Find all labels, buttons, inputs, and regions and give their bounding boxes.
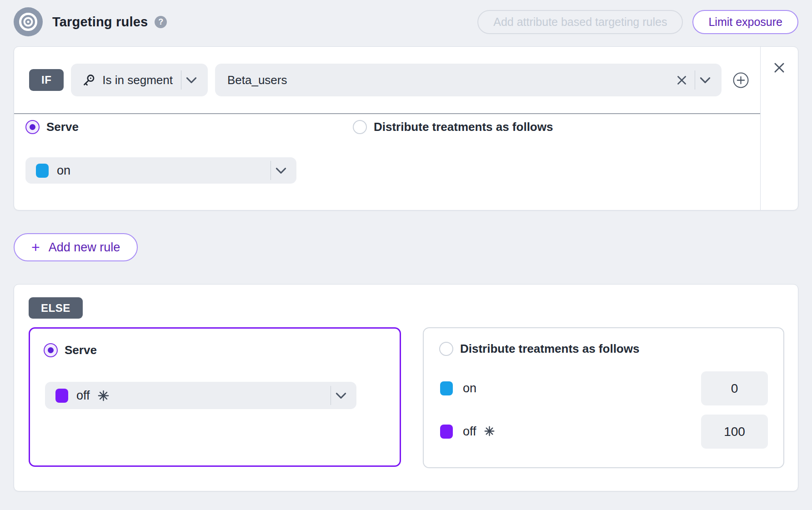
percentage-input-on[interactable]: [701, 371, 768, 405]
if-rule-side: [760, 47, 798, 210]
distribute-radio[interactable]: [353, 120, 367, 134]
divider: [695, 70, 695, 90]
treatment-name: off: [463, 425, 476, 439]
treatment-on-swatch: [36, 164, 49, 178]
treatment-on-swatch: [440, 381, 453, 395]
if-badge: IF: [29, 69, 64, 91]
add-new-rule-label: Add new rule: [49, 240, 120, 255]
divider: [181, 70, 181, 90]
default-treatment-icon: [97, 390, 110, 402]
help-icon[interactable]: ?: [155, 16, 167, 28]
divider: [331, 386, 331, 405]
chevron-down-icon[interactable]: [276, 167, 286, 174]
distribute-radio-label: Distribute treatments as follows: [374, 120, 553, 134]
plus-icon: +: [31, 240, 40, 255]
serve-option: Serve: [44, 343, 371, 357]
targeting-rules-panel: Targeting rules ? Add attribute based ta…: [0, 0, 812, 491]
target-icon: [14, 7, 43, 36]
else-serve-radio[interactable]: [44, 343, 58, 357]
default-treatment-icon: [484, 425, 496, 438]
distribution-rows: on off: [439, 371, 768, 449]
serve-radio[interactable]: [25, 120, 40, 134]
else-rule-card: ELSE Serve off: [14, 284, 798, 491]
treatment-off-swatch: [55, 389, 68, 403]
serve-option: Serve: [25, 120, 353, 134]
distribution-row: off: [439, 415, 768, 449]
chevron-down-icon[interactable]: [336, 392, 346, 399]
treatment-off-swatch: [440, 425, 453, 439]
if-rule-main: IF Is in segment: [14, 47, 760, 210]
if-condition-row: IF Is in segment: [14, 47, 760, 113]
distribute-option: Distribute treatments as follows: [439, 342, 639, 356]
if-rule-card: IF Is in segment: [14, 46, 798, 210]
limit-exposure-button[interactable]: Limit exposure: [692, 10, 798, 34]
else-badge: ELSE: [29, 297, 83, 319]
distribution-row: on: [439, 371, 768, 405]
else-distribute-radio[interactable]: [439, 342, 453, 356]
else-serve-box[interactable]: Serve off: [29, 327, 401, 467]
key-icon: [82, 73, 96, 87]
distribute-option: Distribute treatments as follows: [353, 120, 553, 134]
serve-radio-label: Serve: [46, 120, 79, 134]
matcher-label: Is in segment: [102, 73, 173, 87]
else-distribute-box[interactable]: Distribute treatments as follows on off: [423, 327, 784, 468]
treatment-name: on: [57, 164, 70, 178]
add-condition-icon[interactable]: [732, 72, 749, 89]
chevron-down-icon[interactable]: [186, 77, 197, 84]
else-treatment-dropdown[interactable]: off: [45, 382, 356, 409]
treatment-dropdown[interactable]: on: [25, 157, 296, 184]
else-serve-radio-label: Serve: [65, 343, 97, 357]
divider: [271, 161, 271, 180]
add-new-rule-button[interactable]: + Add new rule: [14, 233, 138, 261]
segment-select[interactable]: Beta_users: [215, 64, 722, 96]
page-title: Targeting rules: [52, 15, 148, 30]
matcher-dropdown[interactable]: Is in segment: [71, 64, 208, 96]
delete-rule-icon[interactable]: [773, 62, 785, 74]
chevron-down-icon[interactable]: [700, 77, 711, 84]
header: Targeting rules ? Add attribute based ta…: [14, 7, 798, 36]
clear-segment-icon[interactable]: [677, 75, 687, 85]
segment-value: Beta_users: [227, 73, 287, 87]
else-distribute-radio-label: Distribute treatments as follows: [460, 342, 639, 356]
add-attribute-rules-button[interactable]: Add attribute based targeting rules: [477, 10, 683, 34]
treatment-name: off: [76, 389, 90, 403]
percentage-input-off[interactable]: [701, 415, 768, 449]
if-serve-area: Serve Distribute treatments as follows o…: [14, 114, 760, 184]
treatment-name: on: [463, 381, 476, 395]
